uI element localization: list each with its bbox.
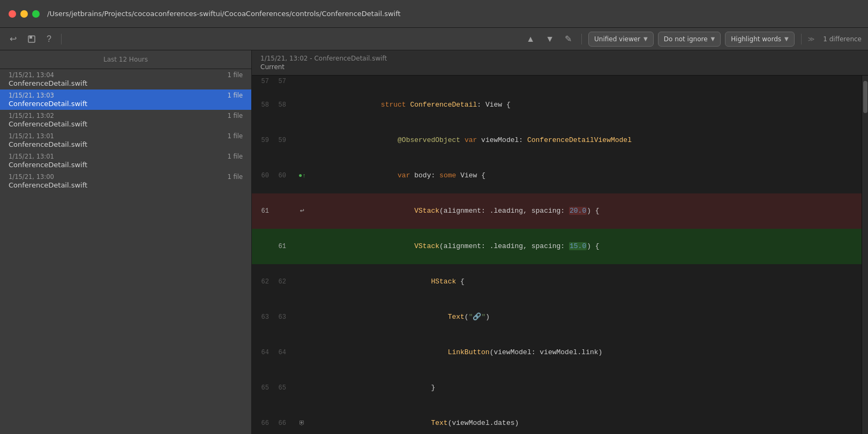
sidebar-item-date-3: 1/15/21, 13:01 <box>9 132 54 140</box>
line-content-64: LinkButton(viewModel: viewModel.link) <box>310 335 862 370</box>
sidebar-item-filename-0: ConferenceDetail.swift <box>9 79 243 87</box>
viewer-dropdown[interactable]: Unified viewer ▼ <box>588 32 654 47</box>
line-content-62: HStack { <box>310 264 862 300</box>
line-num-left-61: 61 <box>256 205 269 217</box>
undo-button[interactable]: ↩ <box>6 32 20 46</box>
line-num-right-63: 63 <box>273 311 286 323</box>
ignore-dropdown[interactable]: Do not ignore ▼ <box>658 32 721 47</box>
diff-count: 1 difference <box>823 35 862 43</box>
line-content-60: var body: some View { <box>310 158 862 193</box>
sidebar-item-date-0: 1/15/21, 13:04 <box>9 71 54 79</box>
sidebar-item-2[interactable]: 1/15/21, 13:02 1 file ConferenceDetail.s… <box>0 110 251 130</box>
line-num-left-66: 66 <box>256 417 269 429</box>
line-content-58: struct ConferenceDetail: View { <box>310 87 862 123</box>
code-line-58: 58 58 struct ConferenceDetail: View { <box>252 87 862 123</box>
ignore-dropdown-arrow: ▼ <box>711 36 715 42</box>
line-nums-57: 57 57 <box>252 76 295 87</box>
line-num-left-58: 58 <box>256 99 269 111</box>
titlebar: /Users/jetbrains/Projects/cocoaconferenc… <box>0 0 868 28</box>
code-line-61-old: 61 ↩ VStack(alignment: .leading, spacing… <box>252 193 862 229</box>
sidebar-item-date-2: 1/15/21, 13:02 <box>9 112 54 119</box>
prev-diff-button[interactable]: ▲ <box>523 32 538 46</box>
code-line-60: 60 60 ● ↑ var body: some View { <box>252 158 862 193</box>
line-nums-66: 66 66 <box>252 406 295 434</box>
sidebar-item-5[interactable]: 1/15/21, 13:00 1 file ConferenceDetail.s… <box>0 171 251 191</box>
line-num-right-58: 58 <box>273 99 286 111</box>
sidebar-item-count-5: 1 file <box>228 173 243 181</box>
line-gutter-63 <box>295 300 310 335</box>
line-num-right-59: 59 <box>273 134 286 146</box>
line-nums-62: 62 62 <box>252 264 295 300</box>
edit-button[interactable]: ✎ <box>562 32 575 46</box>
next-diff-button[interactable]: ▼ <box>542 32 557 46</box>
sidebar-item-count-1: 1 file <box>228 92 243 99</box>
minimize-button[interactable] <box>20 10 28 18</box>
bullet-icon-60: ● <box>298 170 302 182</box>
line-content-57 <box>310 76 862 87</box>
sidebar-item-count-2: 1 file <box>228 112 243 119</box>
maximize-button[interactable] <box>32 10 40 18</box>
line-num-right-61: 61 <box>273 241 286 252</box>
diff-arrows: ≫ <box>808 35 815 43</box>
separator-1 <box>61 34 62 44</box>
line-num-left-63: 63 <box>256 311 269 323</box>
line-content-65: } <box>310 370 862 406</box>
sidebar-item-date-1: 1/15/21, 13:03 <box>9 92 54 99</box>
code-line-66: 66 66 ⛨ Text(viewModel.dates) <box>252 406 862 434</box>
separator-3 <box>801 34 802 44</box>
line-num-right-60: 60 <box>273 170 286 182</box>
highlight-dropdown[interactable]: Highlight words ▼ <box>725 32 794 47</box>
line-content-59: @ObservedObject var viewModel: Conferenc… <box>310 123 862 158</box>
sidebar-item-0[interactable]: 1/15/21, 13:04 1 file ConferenceDetail.s… <box>0 69 251 89</box>
sidebar-item-date-4: 1/15/21, 13:01 <box>9 153 54 160</box>
line-gutter-61-old: ↩ <box>295 193 310 229</box>
code-line-59: 59 59 @ObservedObject var viewModel: Con… <box>252 123 862 158</box>
highlight-dropdown-arrow: ▼ <box>784 36 789 42</box>
line-nums-64: 64 64 <box>252 335 295 370</box>
undo-icon-61: ↩ <box>300 205 304 217</box>
line-num-left-60: 60 <box>256 170 269 182</box>
sidebar-list: 1/15/21, 13:04 1 file ConferenceDetail.s… <box>0 69 251 434</box>
code-line-57: 57 57 <box>252 76 862 87</box>
sidebar-item-date-row-2: 1/15/21, 13:02 1 file <box>9 112 243 119</box>
line-content-66: Text(viewModel.dates) <box>310 406 862 434</box>
sidebar-item-count-3: 1 file <box>228 132 243 140</box>
right-scrollbar-thumb[interactable] <box>863 81 867 113</box>
sidebar-item-date-row-0: 1/15/21, 13:04 1 file <box>9 71 243 79</box>
toolbar: ↩ ? ▲ ▼ ✎ Unified viewer ▼ Do not ignore… <box>0 28 868 50</box>
code-line-61-new: 61 VStack(alignment: .leading, spacing: … <box>252 229 862 264</box>
line-nums-58: 58 58 <box>252 87 295 123</box>
code-panel: 1/15/21, 13:02 - ConferenceDetail.swift … <box>252 50 868 434</box>
code-file-info: 1/15/21, 13:02 - ConferenceDetail.swift <box>260 55 859 62</box>
sidebar-item-date-row-5: 1/15/21, 13:00 1 file <box>9 173 243 181</box>
sidebar-item-date-row-3: 1/15/21, 13:01 1 file <box>9 132 243 140</box>
main-content: Last 12 Hours 1/15/21, 13:04 1 file Conf… <box>0 50 868 434</box>
line-nums-61-new: 61 <box>252 229 295 264</box>
close-button[interactable] <box>9 10 16 18</box>
line-gutter-62 <box>295 264 310 300</box>
svg-rect-1 <box>29 36 32 39</box>
line-num-left-59: 59 <box>256 134 269 146</box>
sidebar-item-filename-4: ConferenceDetail.swift <box>9 161 243 169</box>
code-header: 1/15/21, 13:02 - ConferenceDetail.swift … <box>252 50 868 76</box>
titlebar-path: /Users/jetbrains/Projects/cocoaconferenc… <box>47 10 401 18</box>
code-current-label: Current <box>260 63 859 71</box>
sidebar-item-4[interactable]: 1/15/21, 13:01 1 file ConferenceDetail.s… <box>0 151 251 171</box>
line-nums-59: 59 59 <box>252 123 295 158</box>
help-button[interactable]: ? <box>43 32 55 46</box>
line-gutter-61-new <box>295 229 310 264</box>
code-content[interactable]: 57 57 58 58 struct ConferenceDetail: Vie… <box>252 76 862 434</box>
save-button[interactable] <box>24 33 39 46</box>
line-gutter-58 <box>295 87 310 123</box>
line-num-right-65: 65 <box>273 382 286 394</box>
sidebar-item-1[interactable]: 1/15/21, 13:03 1 file ConferenceDetail.s… <box>0 89 251 110</box>
right-scrollbar[interactable] <box>862 76 868 434</box>
line-nums-63: 63 63 <box>252 300 295 335</box>
sidebar-item-3[interactable]: 1/15/21, 13:01 1 file ConferenceDetail.s… <box>0 130 251 151</box>
line-content-63: Text("🔗") <box>310 300 862 335</box>
line-num-right-64: 64 <box>273 347 286 358</box>
line-num-left-64: 64 <box>256 347 269 358</box>
line-num-left-65: 65 <box>256 382 269 394</box>
line-gutter-65 <box>295 370 310 406</box>
sidebar-header: Last 12 Hours <box>0 50 251 69</box>
